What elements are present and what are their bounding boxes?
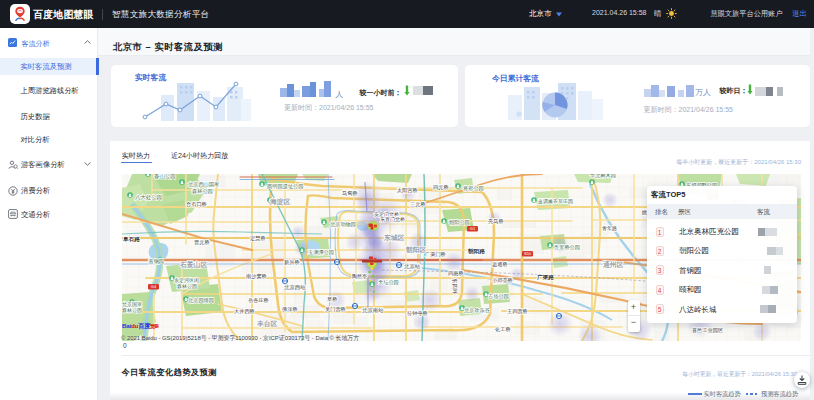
svg-text:北京西山国家: 北京西山国家 — [187, 181, 219, 188]
svg-text:北京站: 北京站 — [403, 263, 421, 270]
svg-text:陶然亭: 陶然亭 — [352, 273, 367, 280]
svg-text:东四环: 东四环 — [451, 277, 458, 295]
svg-text:森林公园: 森林公园 — [177, 283, 197, 290]
svg-text:三元桥: 三元桥 — [410, 201, 426, 207]
svg-text:小郊亭桥: 小郊亭桥 — [492, 277, 513, 283]
svg-text:G1: G1 — [470, 226, 476, 231]
svg-text:王四营桥: 王四营桥 — [507, 308, 528, 315]
svg-text:四元桥: 四元桥 — [433, 184, 449, 190]
svg-text:通州区: 通州区 — [602, 260, 624, 269]
svg-text:亮马桥: 亮马桥 — [488, 218, 504, 225]
svg-text:岳各庄桥: 岳各庄桥 — [248, 297, 269, 304]
svg-text:首邑工业园区: 首邑工业园区 — [692, 327, 723, 334]
svg-text:S50: S50 — [524, 251, 532, 256]
svg-text:北京西站: 北京西站 — [283, 284, 306, 291]
svg-text:北京园博园: 北京园博园 — [187, 297, 214, 304]
svg-text:森林公园: 森林公园 — [122, 307, 142, 314]
svg-text:蓝调薰衣草庄园: 蓝调薰衣草庄园 — [538, 198, 573, 205]
svg-text:北京欢乐谷: 北京欢乐谷 — [463, 307, 490, 314]
svg-text:古塔公园: 古塔公园 — [488, 293, 509, 300]
svg-text:四惠桥: 四惠桥 — [448, 270, 464, 276]
svg-text:定慧桥: 定慧桥 — [250, 235, 266, 242]
svg-text:G4: G4 — [151, 284, 157, 289]
svg-text:分钟寺桥: 分钟寺桥 — [407, 310, 428, 316]
svg-text:新兴桥: 新兴桥 — [284, 259, 300, 265]
svg-text:五里桥公园: 五里桥公园 — [554, 244, 580, 250]
svg-text:化工桥: 化工桥 — [495, 326, 511, 333]
svg-text:丰台区: 丰台区 — [257, 320, 278, 328]
svg-text:天坛公园: 天坛公园 — [378, 279, 399, 285]
svg-text:南沙窝桥: 南沙窝桥 — [246, 273, 267, 280]
svg-text:朝阳区: 朝阳区 — [405, 246, 427, 254]
svg-text:将府公园: 将府公园 — [462, 185, 484, 191]
svg-text:东直门北桥: 东直门北桥 — [380, 216, 405, 223]
svg-text:马甸桥: 马甸桥 — [342, 190, 358, 196]
svg-text:首钢园: 首钢园 — [148, 258, 164, 265]
svg-text:石景山区: 石景山区 — [179, 260, 207, 269]
svg-text:晋元桥: 晋元桥 — [194, 239, 210, 245]
svg-text:北京南站: 北京南站 — [361, 307, 384, 314]
svg-text:广渠路: 广渠路 — [537, 274, 554, 281]
svg-text:海淀区: 海淀区 — [269, 198, 291, 206]
svg-text:广渠门桥: 广渠门桥 — [424, 251, 446, 257]
svg-text:圆明园遗址公园: 圆明园遗址公园 — [267, 183, 303, 189]
svg-text:阜石路: 阜石路 — [122, 236, 140, 243]
svg-text:太阳宫桥: 太阳宫桥 — [397, 187, 418, 194]
svg-text:佛洋桥: 佛洋桥 — [281, 306, 298, 313]
svg-text:朝阳路: 朝阳路 — [467, 248, 485, 255]
svg-text:吴门营桥: 吴门营桥 — [325, 306, 346, 313]
svg-text:森林公园: 森林公园 — [192, 188, 213, 194]
svg-text:合石口桥: 合石口桥 — [186, 201, 207, 208]
svg-text:青年路: 青年路 — [602, 225, 617, 231]
svg-text:八大处公园: 八大处公园 — [135, 194, 162, 201]
svg-text:北京动物园: 北京动物园 — [329, 221, 356, 228]
svg-text:大井西桥: 大井西桥 — [234, 308, 255, 314]
svg-text:朝阳公园: 朝阳公园 — [449, 219, 470, 226]
svg-text:草桥: 草桥 — [327, 296, 337, 302]
svg-text:东城区: 东城区 — [383, 234, 405, 242]
svg-text:玉渊潭公园: 玉渊潭公园 — [308, 249, 334, 256]
svg-text:远通桥: 远通桥 — [492, 261, 508, 267]
